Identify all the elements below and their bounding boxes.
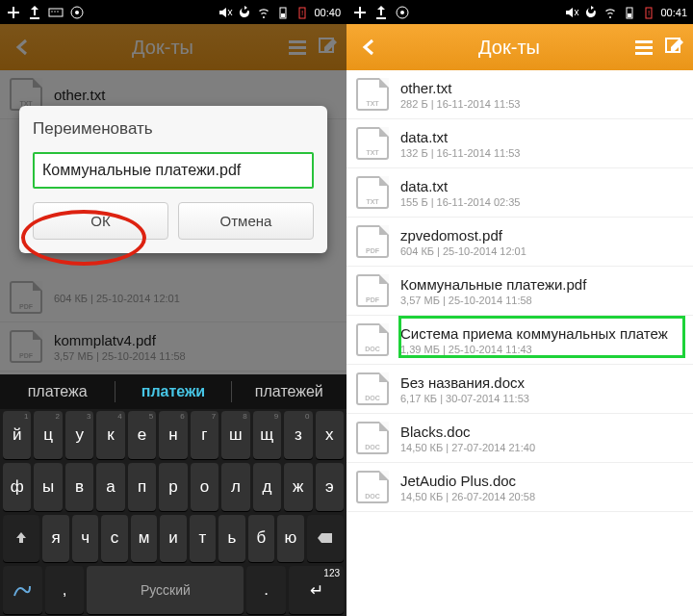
list-item[interactable]: PDFzpvedomost.pdf604 КБ | 25-10-2014 12:… [346,218,693,267]
key-ю[interactable]: ю [277,515,303,563]
cancel-button[interactable]: Отмена [178,202,314,240]
upload-icon [27,5,42,20]
key-т[interactable]: т [190,515,216,563]
backspace-key[interactable] [307,515,344,563]
key-в[interactable]: в [65,463,93,511]
suggestion[interactable]: платежей [232,383,346,400]
battery-alert-icon: ! [641,5,656,20]
suggestion-bar: платежа платежи платежей [0,374,346,409]
file-meta: 1,39 МБ | 25-10-2014 11:43 [400,344,668,355]
key-я[interactable]: я [42,515,68,563]
svg-rect-7 [281,13,285,17]
swype-key[interactable] [3,566,42,614]
file-meta: 14,50 КБ | 26-07-2014 20:58 [400,491,535,502]
key-ы[interactable]: ы [34,463,62,511]
enter-key[interactable]: 123↵ [289,566,344,614]
key-е[interactable]: е5 [128,411,156,459]
compose-icon[interactable] [664,37,685,58]
key-б[interactable]: б [248,515,274,563]
svg-point-1 [51,11,52,12]
key-ц[interactable]: ц2 [34,411,62,459]
list-item[interactable]: PDFКоммунальные платежи.pdf3,57 МБ | 25-… [346,267,693,316]
key-л[interactable]: л [221,463,249,511]
refresh-icon [237,5,252,20]
list-item[interactable]: DOCJetAudio Plus.doc14,50 КБ | 26-07-201… [346,463,693,512]
status-bar: ! 00:41 [346,0,693,24]
right-panel: ! 00:41 Док-ты TXTother.txt282 Б | 16-11… [346,0,693,616]
key-х[interactable]: х [316,411,344,459]
key-з[interactable]: з0 [284,411,312,459]
back-button[interactable] [354,37,385,58]
svg-rect-0 [49,9,63,16]
key-а[interactable]: а [96,463,124,511]
list-item[interactable]: DOCБез названия.docx6,17 КБ | 30-07-2014… [346,365,693,414]
file-meta: 155 Б | 16-11-2014 02:35 [400,196,520,208]
suggestion[interactable]: платежа [0,383,115,400]
svg-point-2 [54,11,55,12]
rename-input[interactable] [33,152,314,189]
key-с[interactable]: с [101,515,127,563]
status-bar: ! 00:40 [0,0,346,24]
file-meta: 3,57 МБ | 25-10-2014 11:58 [400,295,586,306]
key-д[interactable]: д [253,463,281,511]
list-item[interactable]: DOCСистема приема коммунальных платеж1,3… [346,316,693,365]
shift-key[interactable] [3,515,39,563]
file-list: TXTother.txt282 Б | 16-11-2014 11:53TXTd… [346,70,693,616]
app-header: Док-ты [346,24,693,70]
list-item[interactable]: TXTother.txt282 Б | 16-11-2014 11:53 [346,70,693,119]
file-name: data.txt [400,129,520,145]
comma-key[interactable]: , [45,566,85,614]
key-щ[interactable]: щ9 [253,411,281,459]
key-ф[interactable]: ф [3,463,31,511]
file-name: data.txt [400,178,520,194]
key-о[interactable]: о [191,463,218,511]
svg-point-5 [75,11,79,14]
page-title: Док-ты [385,37,633,59]
key-г[interactable]: г7 [191,411,218,459]
battery-icon [275,5,291,20]
suggestion-selected[interactable]: платежи [116,383,230,400]
file-icon: PDF [356,274,389,307]
key-м[interactable]: м [131,515,157,563]
file-meta: 282 Б | 16-11-2014 11:53 [400,98,520,110]
clock: 00:40 [314,7,341,18]
key-й[interactable]: й1 [3,411,31,459]
refresh-icon [583,5,599,20]
file-icon: DOC [356,323,389,356]
keyboard-icon [48,5,64,20]
key-у[interactable]: у3 [65,411,93,459]
key-ь[interactable]: ь [218,515,244,563]
file-name: Blacks.doc [400,424,535,440]
key-ш[interactable]: ш8 [221,411,249,459]
list-item[interactable]: TXTdata.txt155 Б | 16-11-2014 02:35 [346,168,693,218]
upload-icon [373,5,389,20]
key-п[interactable]: п [128,463,156,511]
file-meta: 132 Б | 16-11-2014 11:53 [400,147,520,159]
battery-alert-icon: ! [295,5,310,20]
list-item[interactable]: DOCBlacks.doc14,50 КБ | 27-07-2014 21:40 [346,414,693,463]
left-panel: ! 00:40 Док-ты TXT other.txt PDF 604 КБ … [0,0,346,616]
file-icon: DOC [356,372,389,405]
key-к[interactable]: к4 [96,411,124,459]
wifi-icon [256,5,271,20]
ok-button[interactable]: ОК [33,202,168,240]
file-icon: TXT [356,127,389,160]
plus-icon [352,5,368,20]
key-э[interactable]: э [316,463,344,511]
key-ж[interactable]: ж [284,463,312,511]
key-р[interactable]: р [159,463,187,511]
file-meta: 604 КБ | 25-10-2014 12:01 [400,245,526,257]
file-meta: 14,50 КБ | 27-07-2014 21:40 [400,442,535,453]
key-н[interactable]: н6 [159,411,187,459]
menu-icon[interactable] [633,37,654,58]
key-ч[interactable]: ч [72,515,98,563]
key-и[interactable]: и [160,515,186,563]
file-icon: PDF [356,225,389,258]
keyboard: й1ц2у3к4е5н6г7ш8щ9з0х фывапролджэ ячсмит… [0,409,346,616]
period-key[interactable]: . [246,566,286,614]
list-item[interactable]: TXTdata.txt132 Б | 16-11-2014 11:53 [346,119,693,168]
file-icon: TXT [356,176,389,209]
dialog-title: Переименовать [33,119,314,139]
space-key[interactable]: Русский [87,566,244,614]
clock: 00:41 [660,7,687,18]
